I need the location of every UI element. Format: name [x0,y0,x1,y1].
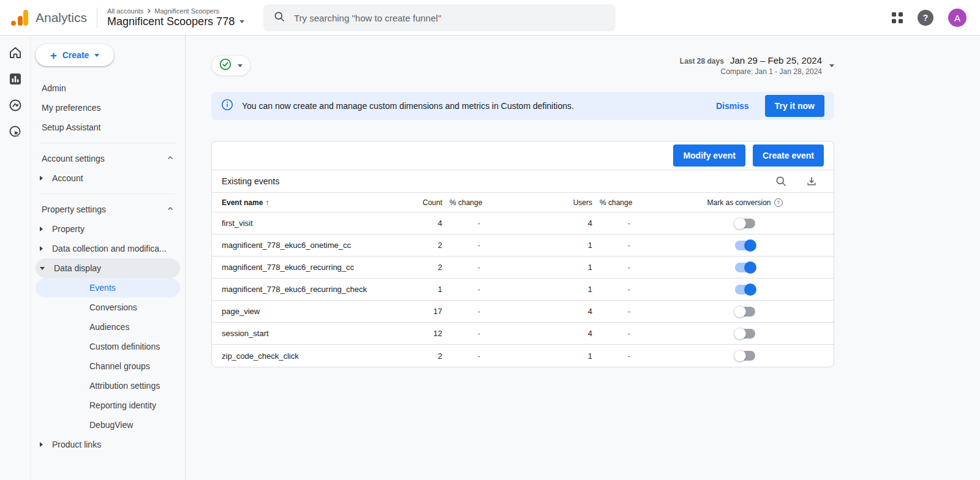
mark-as-conversion-toggle[interactable] [734,306,756,318]
event-count-change: - [442,329,516,338]
event-users-change: - [592,307,666,316]
help-icon[interactable]: ? [918,10,933,26]
sidebar-item-reporting-identity[interactable]: Reporting identity [31,396,185,415]
sidebar-item-my-preferences[interactable]: My preferences [31,98,185,118]
table-search-icon[interactable] [775,175,787,187]
create-button[interactable]: + Create [36,44,114,66]
sidebar-item-custom-definitions[interactable]: Custom definitions [31,337,185,356]
sort-ascending-icon[interactable]: ↑ [265,198,269,207]
mark-as-conversion-toggle[interactable] [734,217,756,230]
sidebar-item-account-settings[interactable]: Account settings [31,149,185,168]
column-users[interactable]: Users [556,198,592,207]
sidebar-item-label: Reporting identity [89,400,156,410]
event-count: 2 [405,241,442,250]
dismiss-button[interactable]: Dismiss [706,96,759,116]
sidebar-item-label: My preferences [42,103,100,113]
column-event-name[interactable]: Event name [222,198,263,207]
column-mark-as-conversion: Mark as conversion [707,198,771,207]
sidebar-item-admin[interactable]: Admin [31,78,185,98]
expander-collapsed-icon [40,442,43,447]
sidenav-list: AdminMy preferencesSetup AssistantAccoun… [31,78,185,454]
reports-icon[interactable] [8,72,23,86]
sidenav-divider [40,143,175,143]
event-users-change: - [592,329,666,338]
event-name: magnificent_778_ekuc6_recurring_check [222,285,405,294]
sidebar-item-data-display[interactable]: Data display [36,258,180,278]
events-table-header: Event name ↑ Count % change Users % chan… [212,192,834,212]
table-row: magnificent_778_ekuc6_onetime_cc2-1- [212,234,834,257]
event-count: 12 [405,329,442,338]
sidebar-item-conversions[interactable]: Conversions [31,298,185,317]
sidebar-item-channel-groups[interactable]: Channel groups [31,356,185,376]
date-compare-label: Compare: Jan 1 - Jan 28, 2024 [680,67,822,76]
date-range-picker[interactable]: Last 28 days Jan 29 – Feb 25, 2024 Compa… [680,55,834,76]
sidebar-item-label: Channel groups [89,361,150,371]
sidebar-item-property[interactable]: Property [31,219,185,239]
sidebar-item-property-settings[interactable]: Property settings [31,200,185,219]
advertising-icon[interactable] [8,124,23,139]
conversion-cell [666,283,824,296]
conversion-cell [666,350,824,362]
account-breadcrumb: All accounts Magnificent Scoopers Magnif… [107,7,244,28]
conversion-help-icon[interactable]: ? [774,198,783,207]
mark-as-conversion-toggle[interactable] [734,261,756,274]
events-table-body: first_visit4-4-magnificent_778_ekuc6_one… [212,212,834,367]
event-users: 4 [556,219,592,228]
expander-collapsed-icon [40,227,43,231]
try-it-now-button[interactable]: Try it now [765,95,824,117]
sidebar-item-audiences[interactable]: Audiences [31,317,185,337]
sidebar-item-data-collection-and-modification[interactable]: Data collection and modifica... [31,239,185,258]
top-app-bar: Analytics All accounts Magnificent Scoop… [0,0,980,36]
create-event-button[interactable]: Create event [753,144,824,167]
mark-as-conversion-toggle[interactable] [734,350,756,362]
mark-as-conversion-toggle[interactable] [734,283,756,296]
mark-as-conversion-toggle[interactable] [734,239,756,252]
main-content: Last 28 days Jan 29 – Feb 25, 2024 Compa… [186,36,980,480]
chevron-down-icon [829,64,834,67]
event-users-change: - [592,285,666,294]
table-row: magnificent_778_ekuc6_recurring_cc2-1- [212,257,834,279]
sidebar-item-label: Data display [54,263,101,273]
sidebar-item-debugview[interactable]: DebugView [31,415,185,435]
event-count: 1 [405,285,442,294]
table-row: zip_code_check_click2-1- [212,345,834,367]
property-selector-label: Magnificent Scoopers 778 [107,15,235,28]
avatar[interactable]: A [948,9,967,27]
home-icon[interactable] [8,45,23,60]
chevron-up-icon [167,154,174,163]
sidebar-item-events[interactable]: Events [36,278,180,298]
table-row: session_start12-4- [212,323,834,345]
search-input[interactable] [294,13,606,23]
sidebar-item-product-links[interactable]: Product links [31,435,185,454]
breadcrumb-account[interactable]: Magnificent Scoopers [154,7,219,15]
chevron-up-icon [167,204,174,214]
event-name: magnificent_778_ekuc6_onetime_cc [222,241,405,250]
sidebar-item-account[interactable]: Account [31,168,185,188]
explore-icon[interactable] [8,98,23,113]
expander-collapsed-icon [40,246,43,251]
chevron-right-icon [146,9,151,13]
mark-as-conversion-toggle[interactable] [734,328,756,340]
event-count-change: - [442,307,516,316]
property-selector[interactable]: Magnificent Scoopers 778 [107,15,244,28]
analytics-logo[interactable]: Analytics [0,9,87,27]
expander-expanded-icon [40,267,45,270]
modify-event-button[interactable]: Modify event [673,144,745,167]
create-button-label: Create [62,50,89,60]
sidebar-item-label: Conversions [89,302,137,312]
sidebar-item-label: Setup Assistant [42,122,101,132]
property-health-button[interactable] [211,55,251,76]
chevron-down-icon [238,64,243,67]
analytics-logo-icon [11,9,29,27]
breadcrumb-all-accounts[interactable]: All accounts [107,7,143,15]
global-search[interactable] [263,4,616,31]
column-count[interactable]: Count [405,198,442,207]
sidebar-item-attribution-settings[interactable]: Attribution settings [31,376,185,396]
column-users-change: % change [592,198,666,207]
google-apps-icon[interactable] [892,12,903,23]
sidebar-item-setup-assistant[interactable]: Setup Assistant [31,118,185,137]
admin-sidenav: + Create AdminMy preferencesSetup Assist… [31,36,186,480]
download-icon[interactable] [805,175,818,187]
sidebar-item-label: Attribution settings [89,381,160,391]
sidebar-item-label: DebugView [89,420,133,430]
